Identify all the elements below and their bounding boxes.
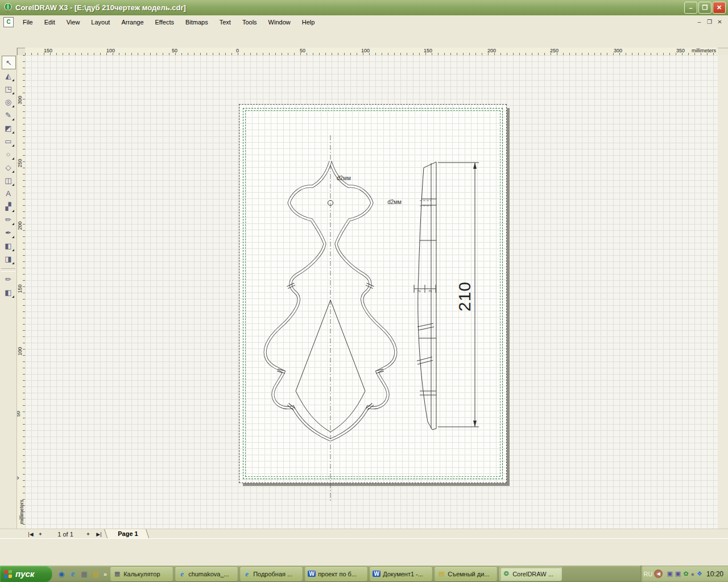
ruler-label: 300 bbox=[614, 48, 622, 53]
horizontal-ruler[interactable]: 150 100 50 0 50 100 150 200 250 300 350 … bbox=[25, 48, 718, 56]
zoom-tool[interactable]: ◎ bbox=[2, 95, 15, 108]
quick-launch-folder-icon[interactable]: ▤ bbox=[91, 569, 100, 579]
outline-pen-tool[interactable]: ✒ bbox=[2, 226, 15, 239]
mdi-close-button[interactable]: ✕ bbox=[715, 18, 725, 26]
mdi-restore-button[interactable]: ❐ bbox=[705, 18, 714, 26]
ellipse-tool[interactable]: ○ bbox=[2, 148, 15, 160]
menu-bitmaps[interactable]: Bitmaps bbox=[180, 17, 214, 27]
menu-arrange[interactable]: Arrange bbox=[115, 17, 149, 27]
menu-tools[interactable]: Tools bbox=[237, 17, 263, 27]
interactive-fill-tool-icon: ◨ bbox=[5, 255, 11, 263]
ruler-label: 300 bbox=[17, 95, 23, 104]
ruler-label: 0 bbox=[236, 48, 239, 53]
system-tray: RU ◀ ▣ ▣ ✿ ● ❖ 10:20 bbox=[640, 566, 728, 582]
volume-icon[interactable]: ● bbox=[690, 571, 694, 577]
quick-launch-calculator-icon[interactable]: ▦ bbox=[80, 569, 89, 579]
menu-text[interactable]: Text bbox=[214, 17, 237, 27]
taskbar-button-dokument1[interactable]: W Документ1 -... bbox=[370, 567, 432, 581]
polygon-tool-icon: ◇ bbox=[6, 163, 11, 172]
toolbox: ↖ ◭ ◳ ◎ ✎ ◩ ▭ ○ ◇ ◫ A ▞ ✏ ✒ ◧ ◨ ✏ ◧ bbox=[0, 48, 17, 538]
pick-tool[interactable]: ↖ bbox=[2, 56, 16, 69]
drawing-canvas[interactable]: d2мм d2мм 2 2 210 bbox=[25, 55, 718, 529]
quick-launch-ie-shield-icon[interactable]: ◉ bbox=[57, 569, 66, 579]
restore-button[interactable]: ❐ bbox=[698, 2, 712, 14]
internet-explorer-icon: e bbox=[243, 569, 251, 579]
freehand-tool-icon: ✎ bbox=[5, 111, 11, 119]
close-button[interactable]: ✕ bbox=[713, 2, 726, 14]
network-icon[interactable]: ▣ bbox=[667, 570, 672, 577]
first-page-button[interactable]: |◀ bbox=[26, 530, 35, 538]
taskbar-button-semny-disk[interactable]: ▤ Съемный ди... bbox=[435, 567, 497, 581]
taskbar-button-podrobnaya[interactable]: e Подробная ... bbox=[240, 567, 303, 581]
taskbar-button-chumakova[interactable]: e chumakova_... bbox=[175, 567, 238, 581]
menu-edit[interactable]: Edit bbox=[39, 17, 61, 27]
menu-bar: C File Edit View Layout Arrange Effects … bbox=[0, 15, 728, 29]
thickness-dim-1: 2 bbox=[417, 290, 421, 292]
ruler-label: 250 bbox=[550, 48, 559, 53]
last-page-button[interactable]: ▶| bbox=[94, 530, 104, 538]
ruler-label: 150 bbox=[17, 284, 23, 293]
language-indicator[interactable]: RU bbox=[644, 571, 653, 577]
taskbar-button-proekt[interactable]: W проект по б... bbox=[305, 567, 367, 581]
fill-tool-2[interactable]: ◧ bbox=[2, 286, 15, 298]
eyedropper-tool[interactable]: ✏ bbox=[2, 213, 15, 226]
ornament-drawing[interactable]: d2мм d2мм 2 2 210 bbox=[239, 104, 506, 513]
shape-tool[interactable]: ◭ bbox=[2, 69, 15, 82]
vertical-ruler[interactable]: 300 250 200 150 100 50 0 millimeters bbox=[17, 55, 26, 529]
ruler-label: 200 bbox=[487, 48, 496, 53]
add-page-after-button[interactable]: + bbox=[84, 530, 92, 538]
mdi-minimize-button[interactable]: – bbox=[694, 18, 704, 26]
minimize-button[interactable]: – bbox=[684, 2, 697, 14]
eyedropper-tool-2[interactable]: ✏ bbox=[2, 273, 15, 285]
interactive-blend-tool[interactable]: ▞ bbox=[2, 200, 15, 213]
ruler-label: 350 bbox=[676, 48, 685, 53]
ornament-side-view[interactable]: d2мм 2 2 210 bbox=[387, 162, 479, 430]
interactive-blend-tool-icon: ▞ bbox=[6, 202, 11, 211]
ruler-label: 100 bbox=[361, 48, 370, 53]
vertical-scrollbar[interactable]: ▲ ≡ ▼ bbox=[718, 55, 728, 529]
ruler-label: 100 bbox=[17, 347, 23, 355]
fill-tool[interactable]: ◧ bbox=[2, 239, 15, 252]
ruler-label: 100 bbox=[106, 48, 115, 53]
menu-window[interactable]: Window bbox=[263, 17, 296, 27]
interactive-fill-tool[interactable]: ◨ bbox=[2, 252, 15, 265]
basic-shapes-tool[interactable]: ◫ bbox=[2, 174, 15, 186]
basic-shapes-tool-icon: ◫ bbox=[5, 176, 11, 185]
network-icon[interactable]: ▣ bbox=[675, 570, 681, 577]
menu-effects[interactable]: Effects bbox=[150, 17, 180, 27]
add-page-before-button[interactable]: + bbox=[36, 530, 44, 538]
menu-file[interactable]: File bbox=[17, 17, 39, 27]
taskbar-button-calculator[interactable]: ▦ Калькулятор bbox=[110, 567, 173, 581]
rectangle-tool[interactable]: ▭ bbox=[2, 135, 15, 147]
hide-tray-icons-button[interactable]: ◀ bbox=[654, 569, 663, 578]
windows-logo-icon bbox=[5, 569, 13, 578]
word-icon: W bbox=[373, 571, 380, 577]
freehand-tool[interactable]: ✎ bbox=[2, 109, 15, 121]
coreldraw-icon: ❂ bbox=[502, 570, 510, 577]
crop-tool[interactable]: ◳ bbox=[2, 82, 15, 95]
task-label: Документ1 -... bbox=[383, 571, 423, 577]
polygon-tool[interactable]: ◇ bbox=[2, 161, 15, 173]
menu-layout[interactable]: Layout bbox=[85, 17, 115, 27]
menu-help[interactable]: Help bbox=[296, 17, 321, 27]
paint-bucket-icon: ◧ bbox=[5, 288, 11, 297]
task-label: Калькулятор bbox=[123, 571, 160, 577]
page-tab-label[interactable]: Page 1 bbox=[108, 530, 148, 537]
thickness-dim-2: 2 bbox=[428, 290, 432, 292]
ruler-label: 50 bbox=[300, 48, 305, 53]
quick-launch-ie-icon[interactable]: e bbox=[68, 569, 77, 579]
text-tool[interactable]: A bbox=[2, 187, 15, 199]
start-button[interactable]: пуск bbox=[0, 566, 52, 582]
document-icon: C bbox=[3, 17, 14, 27]
taskbar-button-coreldraw[interactable]: ❂ CorelDRAW ... bbox=[499, 567, 562, 581]
smart-fill-tool[interactable]: ◩ bbox=[2, 122, 15, 134]
folder-icon: ▤ bbox=[437, 570, 445, 577]
quick-launch-overflow-icon[interactable]: » bbox=[104, 571, 107, 577]
page-bar: |◀ + 1 of 1 + ▶| Page 1 ◀ ≡ ▶ bbox=[0, 529, 728, 539]
utility-tray-icon[interactable]: ✿ bbox=[683, 570, 688, 577]
ellipse-tool-icon: ○ bbox=[6, 150, 11, 159]
update-icon[interactable]: ❖ bbox=[697, 570, 702, 577]
menu-view[interactable]: View bbox=[61, 17, 86, 27]
height-dimension: 210 bbox=[455, 281, 474, 311]
clock[interactable]: 10:20 bbox=[706, 570, 723, 578]
